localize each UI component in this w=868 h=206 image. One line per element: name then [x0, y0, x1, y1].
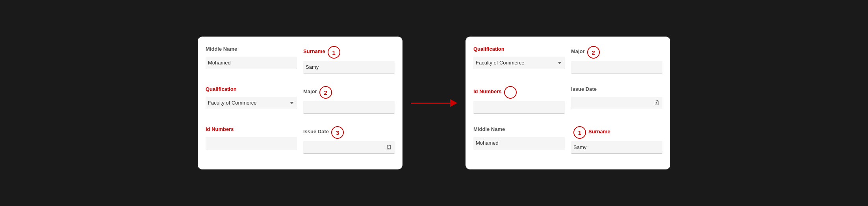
right-middle-name-input[interactable] — [473, 137, 565, 149]
right-id-numbers-label: Id Numbers — [473, 88, 502, 94]
right-issue-date-label: Issue Date — [571, 86, 597, 92]
right-qualification-label: Qualification — [473, 46, 504, 52]
left-major-label: Major — [303, 88, 317, 94]
left-major-input[interactable] — [303, 101, 395, 114]
left-major-badge: 2 — [319, 86, 332, 99]
left-middle-name-label: Middle Name — [206, 46, 237, 52]
left-surname-group: Surname 1 — [303, 46, 395, 74]
left-id-numbers-input[interactable] — [206, 137, 297, 149]
right-major-label: Major — [571, 48, 585, 54]
main-container: Middle Name Surname 1 Qualification Fa — [198, 37, 670, 169]
left-surname-label: Surname — [303, 48, 325, 54]
right-qualification-group: Qualification Faculty of Commerce — [473, 46, 565, 74]
left-panel: Middle Name Surname 1 Qualification Fa — [198, 37, 402, 169]
right-id-numbers-input[interactable] — [473, 101, 565, 114]
left-row-2: Qualification Faculty of Commerce Major … — [206, 86, 395, 114]
arrow-area — [402, 99, 466, 107]
right-row-2: Id Numbers Issue Date 🗓 — [473, 86, 662, 114]
left-qualification-label: Qualification — [206, 86, 237, 92]
arrow-head — [450, 99, 457, 107]
right-panel: Qualification Faculty of Commerce Major … — [466, 37, 670, 169]
left-issue-date-group: Issue Date 3 🗓 — [303, 126, 395, 154]
arrow-line — [411, 103, 450, 104]
right-major-badge: 2 — [587, 46, 600, 59]
left-issue-date-input[interactable] — [303, 141, 395, 154]
right-qualification-select[interactable]: Faculty of Commerce — [473, 57, 565, 69]
left-middle-name-input[interactable] — [206, 57, 297, 69]
left-major-group: Major 2 — [303, 86, 395, 114]
right-major-input[interactable] — [571, 61, 662, 74]
left-row-3: Id Numbers Issue Date 3 🗓 — [206, 126, 395, 154]
left-id-numbers-label: Id Numbers — [206, 126, 234, 132]
left-row-1: Middle Name Surname 1 — [206, 46, 395, 74]
left-issue-date-label: Issue Date — [303, 129, 329, 134]
right-middle-name-group: Middle Name — [473, 126, 565, 154]
right-surname-group: 1 Surname — [571, 126, 662, 154]
left-middle-name-group: Middle Name — [206, 46, 297, 74]
left-calendar-icon[interactable]: 🗓 — [386, 144, 392, 151]
left-qualification-select[interactable]: Faculty of Commerce — [206, 97, 297, 109]
right-surname-input[interactable] — [571, 141, 662, 154]
right-calendar-icon[interactable]: 🗓 — [654, 99, 660, 107]
right-issue-date-group: Issue Date 🗓 — [571, 86, 662, 114]
right-issue-date-input[interactable] — [571, 97, 662, 109]
right-row-1: Qualification Faculty of Commerce Major … — [473, 46, 662, 74]
right-surname-badge: 1 — [573, 126, 586, 139]
right-row-3: Middle Name 1 Surname — [473, 126, 662, 154]
left-surname-badge: 1 — [328, 46, 340, 59]
right-id-numbers-badge — [504, 86, 517, 99]
right-middle-name-label: Middle Name — [473, 126, 505, 132]
right-id-numbers-group: Id Numbers — [473, 86, 565, 114]
left-issue-date-badge: 3 — [331, 126, 344, 139]
left-id-numbers-group: Id Numbers — [206, 126, 297, 154]
left-surname-input[interactable] — [303, 61, 395, 74]
left-qualification-group: Qualification Faculty of Commerce — [206, 86, 297, 114]
right-surname-label: Surname — [588, 129, 610, 134]
right-major-group: Major 2 — [571, 46, 662, 74]
right-arrow — [411, 99, 457, 107]
